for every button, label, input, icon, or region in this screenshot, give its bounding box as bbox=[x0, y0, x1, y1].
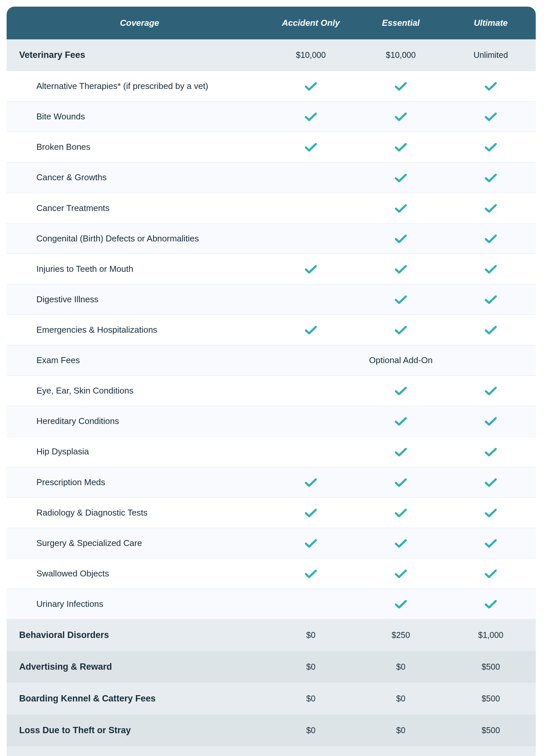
check-icon bbox=[485, 143, 497, 152]
sub-cell bbox=[266, 223, 356, 254]
sub-row: Urinary Infections bbox=[7, 589, 536, 619]
sub-cell bbox=[356, 102, 446, 132]
sub-cell bbox=[446, 132, 536, 162]
section-value: $1,000 bbox=[446, 746, 536, 756]
sub-cell bbox=[266, 254, 356, 284]
check-icon bbox=[395, 143, 407, 152]
section-value: $0 bbox=[266, 715, 356, 746]
sub-row: Hereditary Conditions bbox=[7, 406, 536, 437]
sub-label: Hereditary Conditions bbox=[7, 406, 266, 437]
sub-row: Broken Bones bbox=[7, 132, 536, 162]
sub-cell bbox=[446, 376, 536, 406]
sub-cell bbox=[266, 497, 356, 528]
sub-cell bbox=[446, 589, 536, 619]
sub-cell bbox=[266, 467, 356, 497]
sub-label: Exam Fees bbox=[7, 345, 266, 376]
check-icon bbox=[485, 387, 497, 396]
sub-cell bbox=[356, 223, 446, 254]
check-icon bbox=[485, 234, 497, 244]
check-icon bbox=[395, 539, 407, 548]
section-value: $0 bbox=[356, 651, 446, 683]
sub-label: Congenital (Birth) Defects or Abnormalit… bbox=[7, 223, 266, 254]
check-icon bbox=[305, 143, 317, 152]
check-icon bbox=[485, 82, 497, 91]
sub-cell bbox=[446, 254, 536, 284]
sub-row: Exam FeesOptional Add-On bbox=[7, 345, 536, 376]
sub-cell bbox=[356, 193, 446, 223]
check-icon bbox=[305, 326, 317, 335]
section-label: Mortality Benefit bbox=[7, 746, 266, 756]
section-value: $0 bbox=[266, 619, 356, 651]
sub-label: Alternative Therapies* (if prescribed by… bbox=[7, 71, 266, 102]
sub-cell bbox=[266, 102, 356, 132]
section-label: Boarding Kennel & Cattery Fees bbox=[7, 683, 266, 715]
sub-row: Bite Wounds bbox=[7, 102, 536, 132]
check-icon bbox=[485, 204, 497, 213]
section-value: $500 bbox=[446, 651, 536, 683]
sub-cell bbox=[266, 315, 356, 345]
section-value: $0 bbox=[356, 715, 446, 746]
sub-row: Emergencies & Hospitalizations bbox=[7, 315, 536, 345]
check-icon bbox=[485, 478, 497, 487]
check-icon bbox=[395, 448, 407, 457]
check-icon bbox=[305, 478, 317, 487]
sub-cell bbox=[446, 162, 536, 193]
sub-cell bbox=[446, 558, 536, 589]
sub-row: Digestive Illness bbox=[7, 284, 536, 315]
check-icon bbox=[395, 82, 407, 91]
section-row: Mortality Benefit$0$0$1,000 bbox=[7, 746, 536, 756]
section-value: $0 bbox=[356, 683, 446, 715]
sub-cell bbox=[446, 437, 536, 467]
section-row: Loss Due to Theft or Stray$0$0$500 bbox=[7, 715, 536, 746]
check-icon bbox=[485, 174, 497, 183]
section-value: $10,000 bbox=[356, 39, 446, 71]
check-icon bbox=[305, 265, 317, 274]
check-icon bbox=[395, 265, 407, 274]
check-icon bbox=[395, 600, 407, 609]
section-row: Advertising & Reward$0$0$500 bbox=[7, 651, 536, 683]
check-icon bbox=[395, 112, 407, 122]
sub-cell bbox=[356, 376, 446, 406]
sub-label: Eye, Ear, Skin Conditions bbox=[7, 376, 266, 406]
check-icon bbox=[305, 539, 317, 548]
section-value: $500 bbox=[446, 715, 536, 746]
sub-cell bbox=[266, 132, 356, 162]
sub-row: Swallowed Objects bbox=[7, 558, 536, 589]
sub-cell bbox=[266, 162, 356, 193]
header-coverage: Coverage bbox=[7, 7, 266, 39]
sub-cell bbox=[446, 193, 536, 223]
check-icon bbox=[395, 295, 407, 305]
section-row: Boarding Kennel & Cattery Fees$0$0$500 bbox=[7, 683, 536, 715]
sub-cell bbox=[356, 284, 446, 315]
sub-row: Hip Dysplasia bbox=[7, 437, 536, 467]
sub-cell bbox=[356, 437, 446, 467]
check-icon bbox=[395, 478, 407, 487]
sub-label: Digestive Illness bbox=[7, 284, 266, 315]
header-plan: Accident Only bbox=[266, 7, 356, 39]
sub-label: Surgery & Specialized Care bbox=[7, 528, 266, 558]
sub-cell bbox=[266, 406, 356, 437]
header-plan: Essential bbox=[356, 7, 446, 39]
check-icon bbox=[395, 417, 407, 426]
sub-cell bbox=[356, 467, 446, 497]
section-value: $1,000 bbox=[446, 619, 536, 651]
sub-cell bbox=[446, 467, 536, 497]
sub-row: Cancer Treatments bbox=[7, 193, 536, 223]
sub-label: Injuries to Teeth or Mouth bbox=[7, 254, 266, 284]
check-icon bbox=[395, 326, 407, 335]
sub-row: Surgery & Specialized Care bbox=[7, 528, 536, 558]
section-label: Veterinary Fees bbox=[7, 39, 266, 71]
sub-cell bbox=[446, 315, 536, 345]
sub-cell bbox=[266, 376, 356, 406]
sub-cell bbox=[446, 102, 536, 132]
section-row: Veterinary Fees$10,000$10,000Unlimited bbox=[7, 39, 536, 71]
check-icon bbox=[485, 600, 497, 609]
check-icon bbox=[395, 387, 407, 396]
sub-cell bbox=[356, 528, 446, 558]
check-icon bbox=[485, 509, 497, 518]
sub-label: Prescription Meds bbox=[7, 467, 266, 497]
sub-row: Congenital (Birth) Defects or Abnormalit… bbox=[7, 223, 536, 254]
check-icon bbox=[485, 539, 497, 548]
sub-cell bbox=[446, 406, 536, 437]
check-icon bbox=[395, 509, 407, 518]
